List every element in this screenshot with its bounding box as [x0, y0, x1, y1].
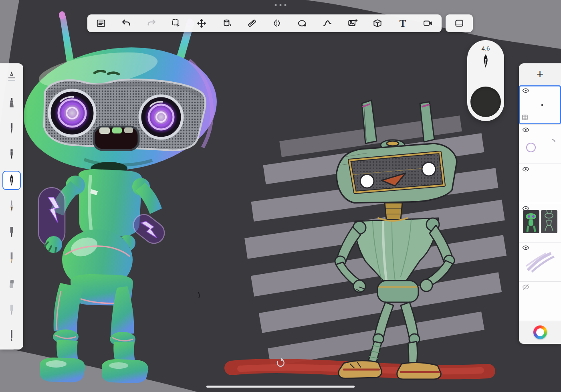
layer-thumbnail — [522, 249, 558, 276]
layer-6[interactable] — [519, 282, 561, 321]
tool-marker[interactable] — [2, 223, 21, 242]
symmetry-button[interactable] — [269, 15, 285, 31]
layer-thumbnail — [522, 209, 558, 236]
tool-pencil[interactable] — [2, 249, 21, 268]
tool-rail — [0, 63, 23, 350]
eye-icon[interactable] — [522, 205, 530, 212]
brush-hud[interactable]: 4.6 — [467, 40, 504, 121]
layer-1[interactable] — [519, 85, 561, 125]
app-window: T 4.6 + — [0, 0, 561, 392]
video-button[interactable] — [420, 15, 436, 31]
home-indicator[interactable] — [206, 386, 355, 388]
ruler-button[interactable] — [244, 15, 260, 31]
fill-button[interactable] — [219, 15, 235, 31]
tool-tool-settings[interactable] — [2, 67, 21, 87]
tool-ink-pen[interactable] — [2, 119, 21, 138]
eye-icon[interactable] — [522, 127, 530, 133]
add-layer-button[interactable]: + — [519, 63, 561, 85]
layer-4[interactable] — [519, 203, 561, 242]
tool-technical-pen[interactable] — [2, 145, 21, 164]
tool-blender[interactable] — [2, 300, 21, 319]
eye-icon[interactable] — [522, 87, 530, 94]
eye-icon[interactable] — [522, 244, 530, 251]
tool-stylus[interactable] — [2, 326, 21, 346]
redo-button[interactable] — [143, 15, 159, 31]
top-toolbar: T — [87, 14, 442, 32]
undo-button[interactable] — [118, 15, 134, 31]
brush-color-swatch[interactable] — [470, 87, 501, 117]
layer-2[interactable] — [519, 125, 561, 164]
text-button[interactable]: T — [395, 15, 411, 31]
layer-3[interactable] — [519, 164, 561, 203]
color-wheel[interactable] — [533, 325, 547, 339]
shape-button[interactable] — [294, 15, 310, 31]
layer-5[interactable] — [519, 242, 561, 282]
brush-size-value: 4.6 — [482, 45, 490, 52]
layer-thumbnail — [522, 131, 558, 158]
eye-off-icon[interactable] — [522, 284, 530, 290]
tool-paint-brush[interactable] — [2, 197, 21, 216]
eye-icon[interactable] — [522, 166, 530, 172]
tool-eraser[interactable] — [2, 275, 21, 294]
layers-panel: + — [519, 63, 561, 344]
transform-button[interactable] — [194, 15, 210, 31]
import-image-button[interactable] — [345, 15, 361, 31]
multitask-handle[interactable] — [275, 4, 287, 6]
tool-airbrush[interactable] — [2, 93, 21, 113]
alpha-lock-icon — [522, 115, 528, 122]
selection-button[interactable] — [168, 15, 184, 31]
perspective-grid-button[interactable] — [369, 15, 385, 31]
tool-fountain-pen[interactable] — [2, 171, 21, 190]
fountain-pen-nib-icon — [480, 53, 492, 71]
content-menu-button[interactable] — [93, 15, 109, 31]
stroke-button[interactable] — [319, 15, 335, 31]
canvas-frame-button[interactable] — [446, 14, 473, 32]
